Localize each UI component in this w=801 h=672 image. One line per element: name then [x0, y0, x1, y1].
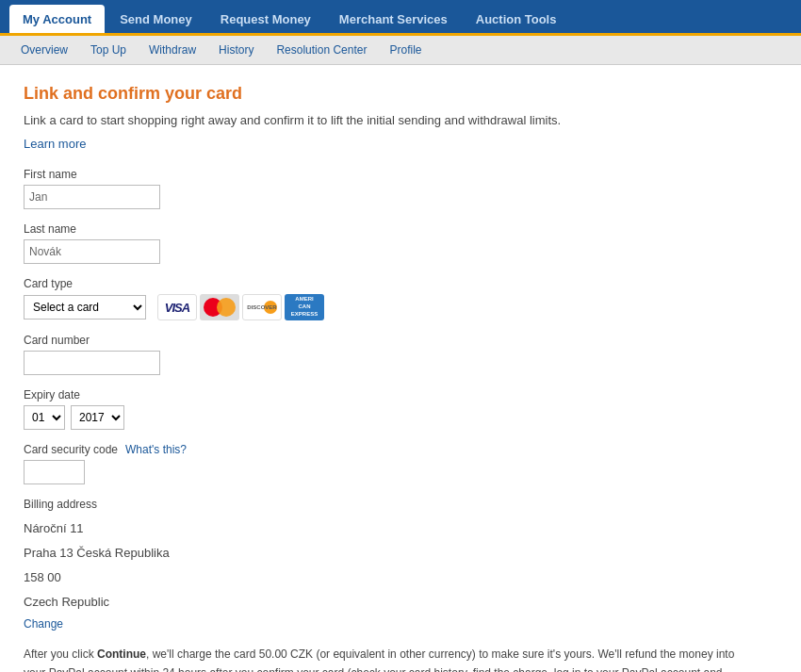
last-name-input[interactable] — [24, 239, 160, 264]
main-content: Link and confirm your card Link a card t… — [0, 65, 801, 672]
subnav-profile[interactable]: Profile — [378, 36, 433, 64]
subnav-overview[interactable]: Overview — [9, 36, 79, 64]
page-title: Link and confirm your card — [24, 84, 777, 104]
address-line-3: 158 00 — [24, 567, 777, 588]
mastercard-logo — [200, 294, 239, 320]
discover-logo: DISCOVER — [242, 294, 282, 320]
card-type-label: Card type — [24, 277, 777, 290]
subnav-history[interactable]: History — [207, 36, 265, 64]
last-name-label: Last name — [24, 222, 777, 236]
expiry-month-select[interactable]: 01 02 03 04 05 06 07 08 09 10 11 12 — [24, 405, 65, 430]
first-name-group: First name — [24, 168, 777, 209]
sub-nav: Overview Top Up Withdraw History Resolut… — [0, 36, 801, 65]
expiry-label: Expiry date — [24, 388, 777, 402]
nav-tab-send-money[interactable]: Send Money — [106, 5, 205, 33]
nav-tab-merchant-services[interactable]: Merchant Services — [326, 5, 461, 33]
main-nav: My Account Send Money Request Money Merc… — [0, 0, 801, 36]
card-number-label: Card number — [24, 334, 777, 347]
subnav-resolution-center[interactable]: Resolution Center — [265, 36, 378, 64]
expiry-row: 01 02 03 04 05 06 07 08 09 10 11 12 2017… — [24, 405, 777, 430]
last-name-group: Last name — [24, 222, 777, 264]
first-name-input[interactable] — [24, 185, 160, 209]
learn-more-link[interactable]: Learn more — [24, 137, 86, 151]
nav-tab-request-money[interactable]: Request Money — [207, 5, 324, 33]
card-type-group: Card type Select a card Visa Mastercard … — [24, 277, 777, 320]
page-description: Link a card to start shopping right away… — [24, 113, 777, 127]
security-label: Card security code — [24, 443, 118, 456]
expiry-group: Expiry date 01 02 03 04 05 06 07 08 09 1… — [24, 388, 777, 430]
continue-bold: Continue — [97, 647, 146, 661]
security-code-group: Card security code What's this? — [24, 443, 777, 484]
whats-this-link[interactable]: What's this? — [125, 443, 187, 456]
address-line-4: Czech Republic — [24, 592, 777, 613]
billing-heading: Billing address — [24, 498, 777, 511]
security-label-row: Card security code What's this? — [24, 443, 777, 456]
first-name-label: First name — [24, 168, 777, 181]
address-line-1: Nároční 11 — [24, 518, 777, 539]
expiry-year-select[interactable]: 2017 2018 2019 2020 2021 2022 2023 2024 … — [71, 405, 124, 430]
subnav-withdraw[interactable]: Withdraw — [138, 36, 207, 64]
card-type-select[interactable]: Select a card Visa Mastercard Discover A… — [24, 295, 146, 320]
nav-tab-my-account[interactable]: My Account — [9, 5, 105, 33]
change-address-link[interactable]: Change — [24, 617, 63, 631]
nav-tab-auction-tools[interactable]: Auction Tools — [463, 5, 570, 33]
card-number-input[interactable] — [24, 351, 160, 375]
visa-logo: VISA — [157, 294, 197, 320]
info-text: After you click Continue, we'll charge t… — [24, 646, 740, 672]
card-number-group: Card number — [24, 334, 777, 375]
card-type-row: Select a card Visa Mastercard Discover A… — [24, 294, 777, 320]
address-line-2: Praha 13 Česká Republika — [24, 543, 777, 564]
amex-logo: AMERICANEXPRESS — [285, 294, 324, 320]
subnav-top-up[interactable]: Top Up — [79, 36, 138, 64]
billing-address-group: Billing address Nároční 11 Praha 13 Česk… — [24, 498, 777, 631]
card-logos: VISA DISCOVER AMERICANEXPRESS — [157, 294, 324, 320]
security-code-input[interactable] — [24, 460, 85, 484]
